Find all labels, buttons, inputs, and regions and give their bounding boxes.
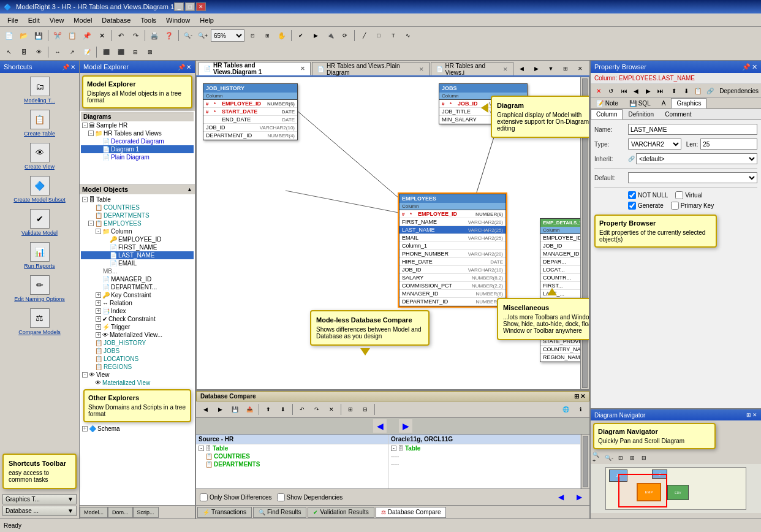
shortcuts-pin-btn[interactable]: 📌: [62, 64, 69, 70]
fk-btn[interactable]: ↔: [51, 45, 64, 59]
pb-up-btn[interactable]: ⬆: [668, 85, 680, 96]
pb-default-select[interactable]: [628, 172, 757, 183]
undo-btn[interactable]: ↶: [114, 29, 127, 42]
zoom-combo[interactable]: 25% 50% 65% 75% 100%: [211, 29, 244, 42]
bottom-tab-find[interactable]: 🔍 Find Results: [253, 507, 307, 518]
open-btn[interactable]: 📂: [17, 29, 31, 42]
index-expand[interactable]: +: [96, 308, 101, 314]
dbc-vscroll-thumb[interactable]: [583, 436, 588, 487]
model-objects-arrow[interactable]: ▲: [187, 186, 192, 192]
pb-pin-btn[interactable]: 📌: [742, 63, 751, 71]
dbc-left-arrow[interactable]: ◀: [373, 419, 387, 433]
pb-sub-column[interactable]: Column: [591, 109, 623, 120]
tab-float-btn[interactable]: ⊞: [559, 62, 572, 75]
align-r-btn[interactable]: ⬛: [114, 45, 127, 59]
tree-relation[interactable]: + ↔ Relation: [81, 299, 194, 307]
tree-first-name[interactable]: 📄 FIRST_NAME: [81, 243, 194, 251]
pb-notnull-input[interactable]: [628, 191, 636, 199]
pb-first-btn[interactable]: ⏮: [619, 85, 630, 96]
dbc-save-btn[interactable]: 💾: [228, 403, 241, 416]
pb-virtual-check[interactable]: Virtual: [675, 191, 702, 199]
annot-btn[interactable]: 📝: [80, 45, 94, 59]
tree-trigger[interactable]: + ⚡ Trigger: [81, 323, 194, 331]
dn-float-btn[interactable]: ⊞: [746, 412, 751, 418]
tree-check-constraint[interactable]: + ✔ Check Constraint: [81, 315, 194, 323]
db-compare-float-btn[interactable]: ⊞: [574, 393, 579, 400]
tree-item-hr-tables-views[interactable]: - 📁 HR Tables and Views: [81, 129, 194, 137]
bottom-tab-transactions[interactable]: ⚡ Transactions: [197, 507, 252, 518]
tree-job-history[interactable]: 📋 JOB_HISTORY: [81, 339, 194, 347]
dbc-export-btn[interactable]: 📤: [243, 403, 256, 416]
tree-item-sample-hr[interactable]: - 🏛 Sample HR: [81, 121, 194, 129]
trigger-expand[interactable]: +: [96, 324, 101, 330]
minimize-button[interactable]: _: [174, 2, 184, 11]
tab-diagram1[interactable]: 📄 HR Tables and Views.Diagram 1 ✕: [199, 62, 311, 75]
sample-hr-expand[interactable]: -: [82, 123, 88, 128]
graphics-toolbar-btn[interactable]: Graphics T... ▼: [2, 494, 77, 504]
zoom-out-btn[interactable]: 🔍-: [181, 29, 195, 42]
model-explorer-close-btn[interactable]: ✕: [186, 64, 191, 70]
tab-plain[interactable]: 📄 HR Tables and Views.Plain Diagram ✕: [312, 62, 430, 75]
tree-matview[interactable]: + 👁 Materialized View...: [81, 331, 194, 339]
tree-item-decorated[interactable]: 📄 Decorated Diagram: [81, 137, 194, 145]
bottom-tab-validation[interactable]: ✔ Validation Results: [308, 507, 374, 518]
dn-close-btn[interactable]: ✕: [752, 412, 757, 418]
tab-i[interactable]: 📄 HR Tables and Views.i ✕: [431, 62, 513, 75]
rel-btn[interactable]: ↗: [66, 45, 79, 59]
database-btn[interactable]: Database ... ▼: [2, 506, 77, 516]
shortcut-edit-naming[interactable]: ✏ Edit Naming Options: [2, 274, 77, 303]
rect-btn[interactable]: □: [372, 29, 385, 42]
dbc-info-btn[interactable]: ℹ: [574, 403, 587, 416]
pb-generate-check[interactable]: Generate: [628, 202, 664, 210]
pb-type-select[interactable]: VARCHAR2 NUMBER DATE: [628, 139, 681, 150]
hr-expand[interactable]: -: [88, 131, 94, 136]
shortcut-modeling[interactable]: 🗂 Modeling T...: [2, 75, 77, 105]
db-sync-btn[interactable]: ⟳: [338, 29, 352, 42]
shortcut-create-view[interactable]: 👁 Create View: [2, 142, 77, 171]
dbc-show-deps-check[interactable]: Show Dependencies: [277, 493, 343, 501]
tab-close-all-btn[interactable]: ✕: [574, 62, 587, 75]
pb-tab-graphics[interactable]: Graphics: [671, 98, 706, 108]
tree-view-group[interactable]: - 👁 View: [81, 371, 194, 379]
dom-tab-btn[interactable]: Dom...: [108, 507, 133, 518]
pb-sub-comment[interactable]: Comment: [659, 109, 697, 120]
dbc-departments-src[interactable]: 📋 DEPARTMENTS: [196, 460, 388, 468]
employees-expand[interactable]: -: [88, 221, 94, 226]
dbc-only-diff-input[interactable]: [200, 493, 208, 501]
scrip-tab-btn[interactable]: Scrip...: [133, 507, 159, 518]
menu-file[interactable]: File: [2, 15, 23, 25]
pb-prev-btn[interactable]: ◀: [630, 85, 642, 96]
copy-btn[interactable]: 📋: [66, 29, 79, 42]
tree-column-group[interactable]: - 📁 Column: [81, 227, 194, 235]
pb-notnull-check[interactable]: NOT NULL: [628, 191, 668, 199]
dbc-globe-btn[interactable]: 🌐: [559, 403, 572, 416]
menu-tools[interactable]: Tools: [135, 15, 161, 25]
shortcut-create-model-subset[interactable]: 🔷 Create Model Subset: [2, 175, 77, 204]
dn-zoomout-btn[interactable]: 🔍-: [604, 453, 615, 463]
db-connect-btn[interactable]: 🔌: [324, 29, 337, 42]
pb-name-value[interactable]: LAST_NAME: [628, 124, 757, 135]
tree-email[interactable]: 📄 EMAIL: [81, 259, 194, 267]
select-btn[interactable]: ↖: [2, 45, 16, 59]
tree-table-group[interactable]: - 🗄 Table: [81, 196, 194, 203]
pb-deps-btn[interactable]: 🔗: [705, 85, 716, 96]
tree-department[interactable]: 📄 DEPARTMENT...: [81, 283, 194, 291]
dist-v-btn[interactable]: ⊠: [143, 45, 157, 59]
tree-matview-item[interactable]: 👁 Materialized View: [81, 379, 194, 387]
tree-key-constraint[interactable]: + 🔑 Key Constraint: [81, 291, 194, 299]
dbc-footer-right-btn[interactable]: ▶: [572, 490, 586, 504]
dn-zoomin-btn[interactable]: 🔍+: [592, 453, 603, 463]
cut-btn[interactable]: ✂️: [51, 29, 64, 42]
dbc-back-btn[interactable]: ◀: [199, 403, 212, 416]
dbc-vscroll[interactable]: [581, 435, 589, 488]
table-group-expand[interactable]: -: [82, 197, 88, 202]
key-expand[interactable]: +: [96, 292, 101, 298]
bottom-tab-dbcompare[interactable]: ⚖ Database Compare: [376, 507, 447, 518]
dbc-table-group-tgt[interactable]: - 🗄 Table: [388, 444, 580, 452]
save-btn[interactable]: 💾: [32, 29, 45, 42]
pb-virtual-input[interactable]: [675, 191, 683, 199]
text-btn[interactable]: T: [387, 29, 400, 42]
menu-database[interactable]: Database: [97, 15, 135, 25]
view-tool-btn[interactable]: 👁: [32, 45, 45, 59]
pb-tab-sql[interactable]: 💾 SQL: [624, 98, 656, 108]
